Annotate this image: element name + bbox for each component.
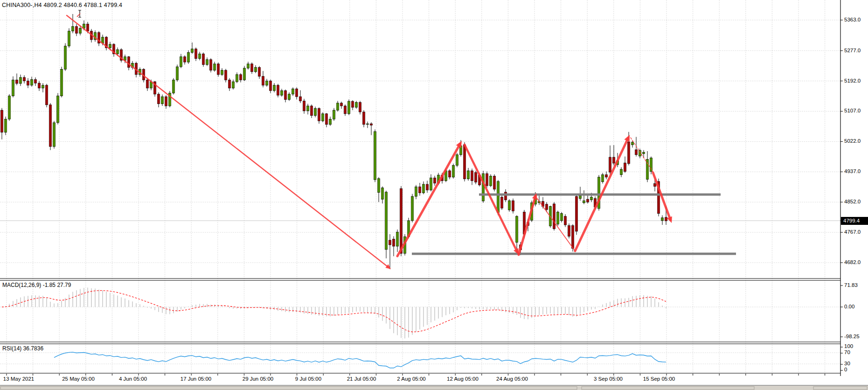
impulse-up-arrow-2 <box>519 196 535 255</box>
price-axis-label: 5022.0 <box>844 138 861 144</box>
final-down-arrow <box>653 173 671 220</box>
macd-scale-label: 0.00 <box>844 304 854 309</box>
time-axis-label: 9 Jul 05:00 <box>295 376 321 382</box>
thin-connector-down <box>537 199 575 251</box>
support-line <box>412 253 736 255</box>
rsi-line <box>54 352 666 368</box>
time-axis-label: 24 Aug 05:00 <box>496 376 528 382</box>
macd-scale-label: 71.83 <box>844 282 858 288</box>
time-axis-label: 13 May 2021 <box>3 376 35 382</box>
macd-indicator-label: MACD(12,26,9) -1.85 27.79 <box>2 282 71 288</box>
rsi-scale-label: 100 <box>844 344 853 349</box>
long-downtrend-arrow <box>67 15 389 267</box>
time-axis-label: 25 May 05:00 <box>62 376 95 382</box>
price-axis-label: 5363.0 <box>844 17 861 22</box>
price-axis-label: 4937.0 <box>844 168 861 174</box>
resistance-line <box>479 194 721 196</box>
time-axis-label: 2 Aug 05:00 <box>397 376 425 382</box>
current-price-tag: 4799.4 <box>841 217 868 225</box>
price-axis-label: 5107.0 <box>844 108 861 113</box>
rsi-scale-label: 0 <box>844 367 847 372</box>
candles <box>1 24 667 253</box>
time-axis-label: 15 Sep 05:00 <box>643 376 675 382</box>
rsi-scale-label: 70 <box>844 350 850 355</box>
final-down-arrow-head <box>667 216 672 223</box>
rsi-scale-label: 30 <box>844 361 850 366</box>
macd-scale-label: -98.25 <box>844 334 860 339</box>
time-axis-label: 12 Aug 05:00 <box>447 376 479 382</box>
symbol-ohlc-header: CHINA300-,H4 4809.2 4840.6 4788.1 4799.4 <box>2 2 122 8</box>
impulse-down-arrow-1 <box>465 145 517 252</box>
price-axis-label: 5277.0 <box>844 48 861 53</box>
mt4-chart-window: CHINA300-,H4 4809.2 4840.6 4788.1 4799.4… <box>0 0 868 390</box>
price-axis-label: 4682.0 <box>844 259 861 265</box>
time-axis-label: 3 Sep 05:00 <box>594 376 623 382</box>
time-axis-label: 29 Jun 05:00 <box>243 376 274 382</box>
price-axis-label: 4852.0 <box>844 199 861 204</box>
price-axis-label: 4767.0 <box>844 229 861 235</box>
candlestick-chart-canvas[interactable] <box>0 0 868 390</box>
rsi-indicator-label: RSI(14) 36.7836 <box>2 345 43 352</box>
price-axis-label: 5192.0 <box>844 78 861 84</box>
time-axis-label: 21 Jul 05:00 <box>347 376 376 382</box>
time-axis-label: 17 Jun 05:00 <box>181 376 212 382</box>
time-axis-label: 4 Jun 05:00 <box>119 376 147 382</box>
